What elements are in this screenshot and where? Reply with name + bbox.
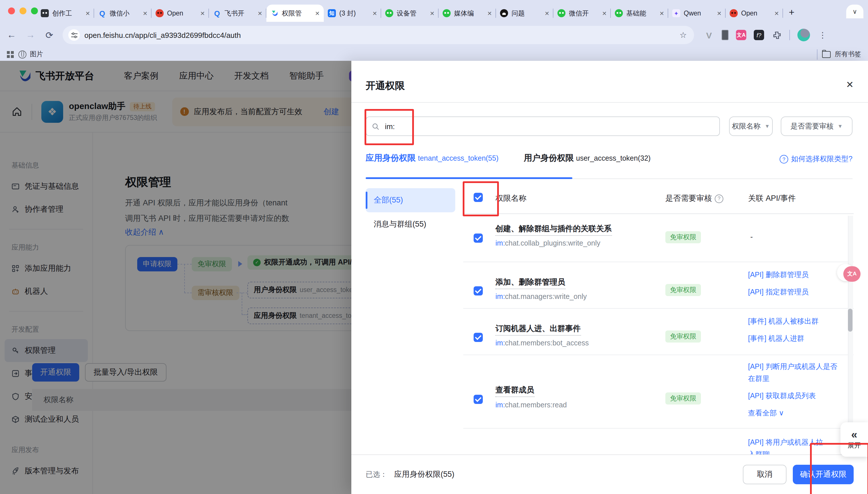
close-tab-icon[interactable]: ✕ bbox=[602, 10, 607, 16]
table-row: 添加、删除群管理员 im:chat.managers:write_only 免审… bbox=[463, 262, 854, 309]
filter-review-select[interactable]: 是否需要审核▼ bbox=[781, 116, 852, 136]
how-to-choose-link[interactable]: ?如何选择权限类型? bbox=[780, 154, 852, 164]
apps-grid-icon[interactable] bbox=[7, 51, 14, 58]
address-bar[interactable]: open.feishu.cn/app/cli_a9393d2699fbdcc4/… bbox=[62, 26, 694, 44]
category-message-group[interactable]: 消息与群组(55) bbox=[366, 212, 455, 236]
drawer-footer: 已选： 应用身份权限(55) 取消 确认开通权限 bbox=[351, 454, 868, 494]
question-circle-icon: ? bbox=[780, 155, 788, 164]
browser-tab[interactable]: 微信开✕ bbox=[553, 5, 611, 22]
close-tab-icon[interactable]: ✕ bbox=[372, 10, 377, 16]
profile-avatar[interactable] bbox=[797, 29, 810, 41]
scrollbar-thumb[interactable] bbox=[848, 309, 852, 331]
all-bookmarks-button[interactable]: 所有书签 bbox=[822, 50, 861, 58]
event-link[interactable]: [事件] 机器人被移出群 bbox=[748, 316, 839, 328]
close-tab-icon[interactable]: ✕ bbox=[659, 10, 664, 16]
browser-tab[interactable]: Open✕ bbox=[151, 5, 209, 22]
api-link[interactable]: [API] 获取群成员列表 bbox=[748, 390, 839, 402]
qwen-icon: ✦ bbox=[672, 9, 680, 17]
api-link[interactable]: [API] 删除群管理员 bbox=[748, 269, 839, 281]
bookmark-star-icon[interactable]: ☆ bbox=[678, 30, 688, 40]
browser-tab[interactable]: Open✕ bbox=[726, 5, 783, 22]
filter-permission-name-select[interactable]: 权限名称▼ bbox=[729, 116, 773, 136]
browser-tab[interactable]: 基础能✕ bbox=[611, 5, 668, 22]
cancel-button[interactable]: 取消 bbox=[743, 465, 787, 484]
tab-search-chevron-icon[interactable]: ∨ bbox=[846, 5, 863, 18]
table-row: 查看群成员 im:chat.members:read 免审权限 [API] 判断… bbox=[463, 355, 854, 429]
bug-red-icon bbox=[155, 9, 164, 17]
close-tab-icon[interactable]: ✕ bbox=[315, 10, 320, 16]
immersive-translate-fab[interactable]: 文A bbox=[843, 266, 861, 282]
close-tab-icon[interactable]: ✕ bbox=[200, 10, 205, 16]
zhihu-icon: 知 bbox=[328, 9, 336, 17]
browser-tab-active[interactable]: 权限管✕ bbox=[266, 5, 324, 22]
browser-tab[interactable]: 知(3 封)✕ bbox=[324, 5, 381, 22]
folder-icon bbox=[822, 51, 831, 58]
category-all[interactable]: 全部(55) bbox=[366, 188, 455, 212]
vue-devtools-icon[interactable]: V bbox=[704, 30, 714, 40]
divider bbox=[351, 102, 868, 103]
close-tab-icon[interactable]: ✕ bbox=[544, 10, 549, 16]
search-value[interactable] bbox=[384, 121, 714, 131]
close-tab-icon[interactable]: ✕ bbox=[717, 10, 722, 16]
chrome-menu-icon[interactable]: ⋮ bbox=[817, 30, 828, 40]
token-type-tabs: 应用身份权限tenant_access_token(55) 用户身份权限user… bbox=[366, 153, 651, 172]
api-links: [API] 判断用户或机器人是否在群里 [API] 获取群成员列表 查看全部 ∨ bbox=[748, 361, 839, 419]
browser-tab[interactable]: 问题✕ bbox=[496, 5, 553, 22]
tab-strip: 创作工✕ Q微信小✕ Open✕ Q飞书开✕ 权限管✕ 知(3 封)✕ 设备管✕… bbox=[0, 0, 868, 22]
browser-tab[interactable]: Q微信小✕ bbox=[94, 5, 151, 22]
new-tab-button[interactable]: + bbox=[789, 7, 795, 18]
permission-name: 添加、删除群管理员 bbox=[495, 277, 565, 289]
row-checkbox[interactable] bbox=[474, 286, 483, 296]
browser-tab[interactable]: Q飞书开✕ bbox=[209, 5, 266, 22]
forward-button[interactable]: → bbox=[25, 30, 36, 40]
event-link[interactable]: [事件] 机器人进群 bbox=[748, 333, 839, 345]
bookmark-item[interactable]: 图片 bbox=[18, 50, 43, 58]
green-dot-icon bbox=[385, 9, 393, 17]
device-emulation-icon[interactable] bbox=[722, 30, 728, 40]
selected-value: 应用身份权限(55) bbox=[394, 469, 455, 480]
permission-search-input[interactable] bbox=[366, 116, 720, 136]
browser-tab[interactable]: 创作工✕ bbox=[37, 5, 94, 22]
browser-tab[interactable]: ✦Qwen✕ bbox=[668, 5, 726, 22]
fonts-extension-icon[interactable]: f? bbox=[754, 30, 764, 40]
browser-tab[interactable]: 媒体编✕ bbox=[439, 5, 496, 22]
api-link[interactable]: [API] 指定群管理员 bbox=[748, 286, 839, 298]
translate-extension-icon[interactable]: 文A bbox=[736, 30, 746, 40]
close-tab-icon[interactable]: ✕ bbox=[430, 10, 435, 16]
column-header-name: 权限名称 bbox=[495, 193, 527, 204]
close-tab-icon[interactable]: ✕ bbox=[85, 10, 90, 16]
window-controls bbox=[8, 7, 38, 14]
permission-scope: im:chat.members:read bbox=[495, 401, 567, 409]
question-circle-icon[interactable]: ? bbox=[715, 194, 723, 203]
close-window-button[interactable] bbox=[8, 7, 15, 14]
green-dot-icon bbox=[557, 9, 566, 17]
tab-user-token[interactable]: 用户身份权限user_access_token(32) bbox=[524, 153, 651, 172]
chevron-down-icon: ▼ bbox=[837, 124, 843, 129]
row-checkbox[interactable] bbox=[474, 333, 483, 342]
close-icon[interactable]: ✕ bbox=[846, 79, 854, 90]
bug-red-icon bbox=[730, 9, 738, 17]
reload-button[interactable]: ⟳ bbox=[44, 30, 55, 40]
close-tab-icon[interactable]: ✕ bbox=[257, 10, 262, 16]
open-permission-drawer: 开通权限 ✕ 权限名称▼ 是否需要审核▼ 应用身份权限tenant_access… bbox=[351, 61, 868, 494]
close-tab-icon[interactable]: ✕ bbox=[487, 10, 492, 16]
browser-tab[interactable]: 设备管✕ bbox=[381, 5, 439, 22]
extension-icons: V 文A f? ⋮ bbox=[704, 29, 828, 41]
see-all-link[interactable]: 查看全部 ∨ bbox=[748, 407, 839, 419]
row-checkbox[interactable] bbox=[474, 233, 483, 243]
back-button[interactable]: ← bbox=[6, 30, 17, 40]
browser-tabs: 创作工✕ Q微信小✕ Open✕ Q飞书开✕ 权限管✕ 知(3 封)✕ 设备管✕… bbox=[37, 0, 795, 22]
site-settings-icon[interactable] bbox=[68, 29, 80, 41]
api-link[interactable]: [API] 判断用户或机器人是否在群里 bbox=[748, 361, 839, 385]
tab-tenant-token[interactable]: 应用身份权限tenant_access_token(55) bbox=[366, 153, 499, 172]
minimize-window-button[interactable] bbox=[19, 7, 26, 14]
url-text[interactable]: open.feishu.cn/app/cli_a9393d2699fbdcc4/… bbox=[85, 31, 673, 39]
selected-label: 已选： bbox=[366, 470, 387, 479]
extensions-puzzle-icon[interactable] bbox=[772, 30, 782, 40]
row-checkbox[interactable] bbox=[474, 395, 483, 404]
close-tab-icon[interactable]: ✕ bbox=[774, 10, 779, 16]
modal-dim-overlay[interactable] bbox=[0, 61, 351, 494]
close-tab-icon[interactable]: ✕ bbox=[143, 10, 148, 16]
table-row-partial: [API] 将用户或机器人拉 入群聊 bbox=[463, 429, 854, 457]
active-tab-indicator bbox=[366, 177, 572, 179]
